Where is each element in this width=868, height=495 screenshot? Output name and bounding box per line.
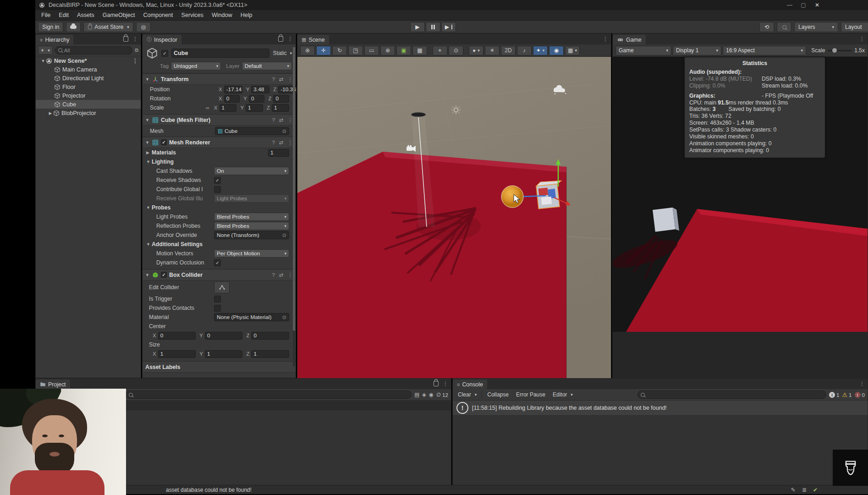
hierarchy-item-floor[interactable]: Floor: [36, 82, 141, 91]
search-button[interactable]: [777, 22, 791, 32]
hierarchy-item-main-camera[interactable]: Main Camera: [36, 65, 141, 74]
probes-label[interactable]: Probes: [152, 204, 170, 211]
kebab-menu-icon[interactable]: ⋮: [132, 36, 138, 42]
hierarchy-item-projector[interactable]: Projector: [36, 91, 141, 100]
rect-tool[interactable]: ▭: [364, 46, 379, 55]
rotation-z-field[interactable]: 0: [273, 95, 289, 103]
camera-view-dropdown[interactable]: ▦▾: [565, 46, 580, 55]
lock-icon[interactable]: [278, 36, 283, 42]
inspector-scrollbar[interactable]: [293, 46, 295, 367]
materials-label[interactable]: Materials: [152, 149, 268, 156]
close-button[interactable]: ✕: [810, 1, 824, 9]
maximize-button[interactable]: ▢: [797, 1, 810, 9]
layer-dropdown[interactable]: Default▾: [242, 62, 292, 70]
hierarchy-search-input[interactable]: All: [55, 46, 132, 55]
dynamic-occlusion-checkbox[interactable]: ✓: [214, 259, 221, 266]
warning-count-badge[interactable]: ⚠1: [842, 391, 852, 398]
search-by-type-icon[interactable]: ▤: [414, 391, 419, 398]
tab-inspector[interactable]: ⓘ Inspector: [143, 35, 181, 44]
link-scale-icon[interactable]: ∞: [206, 105, 209, 110]
create-add-button[interactable]: +▾: [38, 46, 53, 55]
anchor-override-field[interactable]: None (Transform)⊙: [214, 231, 289, 239]
scale-tool[interactable]: ◳: [348, 46, 363, 55]
layers-dropdown[interactable]: Layers▾: [794, 22, 838, 32]
receive-shadows-checkbox[interactable]: ✓: [214, 177, 221, 184]
position-y-field[interactable]: 3.48: [251, 86, 269, 94]
audio-toggle[interactable]: ♪: [517, 46, 532, 55]
project-search-input[interactable]: [126, 390, 412, 399]
object-picker-icon[interactable]: ⊙: [282, 232, 286, 238]
kebab-menu-icon[interactable]: ⋮: [132, 57, 138, 64]
info-count-badge[interactable]: !1: [829, 392, 839, 398]
hierarchy-item-directional-light[interactable]: Directional Light: [36, 74, 141, 82]
physic-material-field[interactable]: None (Physic Material)⊙: [214, 313, 289, 321]
sign-in-button[interactable]: Sign in: [38, 22, 63, 32]
cache-icon[interactable]: ≣: [802, 487, 807, 493]
foldout-icon[interactable]: ▼: [146, 160, 152, 164]
layout-dropdown[interactable]: Layout▾: [841, 22, 868, 32]
kebab-menu-icon[interactable]: ⋮: [603, 36, 608, 42]
step-button[interactable]: ▶: [441, 22, 456, 32]
transform-tool[interactable]: ⊕: [380, 46, 395, 55]
projector-disc-gizmo[interactable]: [411, 112, 426, 117]
name-field[interactable]: Cube: [171, 49, 269, 58]
size-x-field[interactable]: 1: [158, 350, 196, 358]
menu-file[interactable]: File: [37, 12, 55, 18]
provides-contacts-checkbox[interactable]: [214, 305, 221, 312]
red-floor-plane[interactable]: [297, 152, 566, 378]
transform-header[interactable]: ▼ Transform ?⇄⋮: [143, 73, 296, 85]
light-probes-dropdown[interactable]: Blend Probes▾: [214, 213, 289, 221]
console-log-entry[interactable]: ! [11:58:15] Rebuilding Library because …: [453, 401, 868, 416]
pause-button[interactable]: [426, 22, 440, 32]
target-button[interactable]: ◎: [136, 22, 151, 32]
lighting-label[interactable]: Lighting: [152, 159, 174, 165]
mesh-filter-header[interactable]: ▼ Cube (Mesh Filter) ?⇄⋮: [143, 114, 296, 126]
additional-settings-label[interactable]: Additional Settings: [152, 241, 203, 248]
rotation-x-field[interactable]: 0: [224, 95, 240, 103]
ok-icon[interactable]: ✔: [813, 487, 818, 493]
rotate-tool[interactable]: ↻: [332, 46, 347, 55]
lighting-toggle[interactable]: ☀: [485, 46, 500, 55]
clear-button[interactable]: Clear▾: [456, 391, 479, 398]
menu-window[interactable]: Window: [208, 12, 236, 18]
cloud-button[interactable]: [66, 22, 81, 32]
view-tool[interactable]: ⊛: [300, 46, 315, 55]
enabled-checkbox[interactable]: ✓: [161, 139, 167, 145]
foldout-icon[interactable]: ▼: [40, 59, 46, 63]
position-x-field[interactable]: -17.14: [224, 86, 242, 94]
play-button[interactable]: ▶: [410, 22, 425, 32]
kebab-menu-icon[interactable]: ⋮: [859, 36, 865, 42]
size-z-field[interactable]: 1: [251, 350, 289, 358]
kebab-menu-icon[interactable]: ⋮: [287, 36, 293, 42]
edit-collider-button[interactable]: [214, 281, 230, 293]
scene-picker-icon[interactable]: ⧉: [135, 47, 138, 53]
grid-tool[interactable]: ▦: [412, 46, 427, 55]
static-dropdown[interactable]: Static▾: [273, 50, 292, 56]
favorites-icon[interactable]: ◉: [429, 391, 434, 398]
preset-icon[interactable]: ⇄: [279, 76, 284, 82]
custom-tool[interactable]: ▣: [396, 46, 411, 55]
motion-vectors-dropdown[interactable]: Per Object Motion▾: [214, 249, 289, 258]
kebab-menu-icon[interactable]: ⋮: [859, 380, 865, 387]
menu-component[interactable]: Component: [139, 12, 177, 18]
scale-y-field[interactable]: 1: [246, 104, 263, 112]
pivot-toggle[interactable]: ⌖: [433, 46, 447, 55]
error-count-badge[interactable]: !0: [855, 392, 865, 398]
lock-icon[interactable]: [123, 36, 128, 42]
search-by-label-icon[interactable]: ◈: [422, 391, 426, 398]
foldout-icon[interactable]: ▼: [146, 205, 152, 210]
progress-icon[interactable]: ✎: [791, 487, 796, 493]
move-tool[interactable]: ✛: [316, 46, 331, 55]
help-icon[interactable]: ?: [272, 77, 275, 82]
size-y-field[interactable]: 1: [205, 350, 243, 358]
asset-labels-header[interactable]: Asset Labels: [143, 361, 296, 373]
center-z-field[interactable]: 0: [251, 332, 289, 340]
tab-game[interactable]: Game: [613, 35, 646, 44]
foldout-icon[interactable]: ▶: [146, 150, 152, 155]
visibility-toggle[interactable]: ◉: [549, 46, 564, 55]
mode-2d-toggle[interactable]: 2D: [501, 46, 516, 55]
mesh-object-field[interactable]: Cube ⊙: [215, 127, 289, 135]
hierarchy-scene-row[interactable]: ▼ New Scene* ⋮: [36, 56, 141, 65]
tab-project[interactable]: Project: [36, 380, 70, 389]
light-sphere-gizmo[interactable]: [501, 186, 523, 208]
